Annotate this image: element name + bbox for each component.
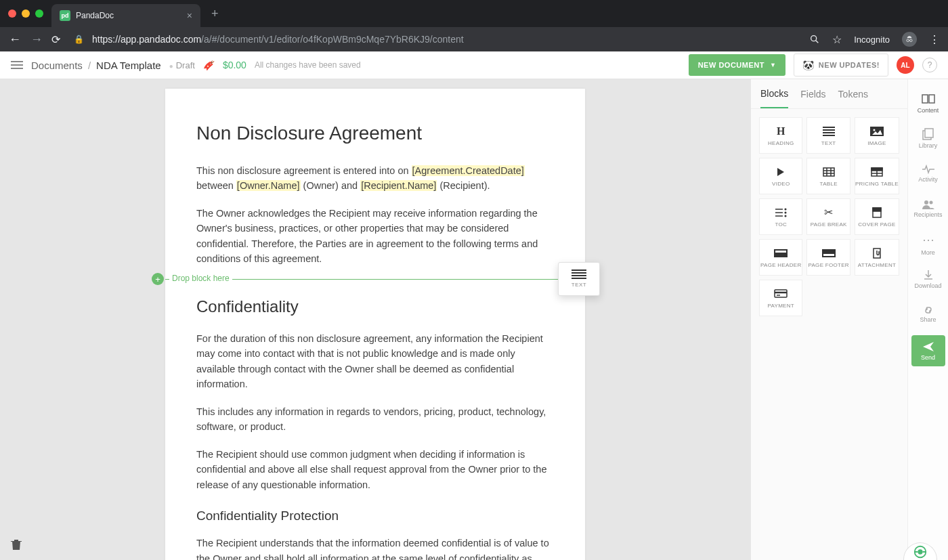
block-attachment[interactable]: ATTACHMENT	[855, 239, 899, 276]
plus-icon[interactable]: +	[152, 273, 164, 285]
rail-recipients[interactable]: Recipients	[908, 192, 948, 225]
minimize-window-icon[interactable]	[22, 9, 30, 18]
paragraph[interactable]: The Recipient should use common judgment…	[196, 447, 554, 492]
block-label: ATTACHMENT	[858, 262, 896, 268]
block-label: PAGE FOOTER	[808, 262, 849, 268]
svg-rect-26	[822, 249, 836, 257]
play-icon	[776, 166, 785, 178]
people-icon	[922, 200, 935, 209]
heading-icon: H	[777, 125, 785, 137]
block-image[interactable]: IMAGE	[855, 117, 899, 154]
menu-icon[interactable]	[11, 61, 23, 69]
text-fragment: This non disclosure agreement is entered…	[196, 165, 412, 176]
browser-tab[interactable]: pd PandaDoc ×	[51, 4, 200, 27]
panda-icon: 🐼	[802, 60, 815, 70]
pricing-table-icon	[871, 166, 883, 178]
block-page-footer[interactable]: PAGE FOOTER	[806, 239, 850, 276]
close-window-icon[interactable]	[8, 9, 16, 18]
svg-point-6	[873, 129, 875, 131]
drag-ghost-text-block[interactable]: TEXT	[558, 262, 600, 296]
block-label: VIDEO	[772, 181, 790, 187]
paragraph[interactable]: This non disclosure agreement is entered…	[196, 163, 554, 194]
rail-share[interactable]: Share	[908, 297, 948, 331]
maximize-window-icon[interactable]	[35, 9, 43, 18]
save-status: All changes have been saved	[255, 60, 361, 70]
block-heading[interactable]: HHEADING	[759, 117, 802, 154]
breadcrumb-current[interactable]: NDA Template	[96, 60, 161, 71]
document-canvas[interactable]: Non Disclosure Agreement This non disclo…	[0, 79, 750, 560]
block-cover-page[interactable]: COVER PAGE	[855, 198, 899, 235]
status-badge: Draft	[169, 60, 195, 70]
rail-more[interactable]: ⋯ More	[908, 227, 948, 261]
tab-blocks[interactable]: Blocks	[760, 80, 788, 108]
token-recipient-name[interactable]: [Recipient.Name]	[360, 180, 437, 191]
tag-icon[interactable]: 🔖	[203, 60, 214, 71]
paragraph[interactable]: This includes any information in regards…	[196, 404, 554, 435]
block-toc[interactable]: TOC	[759, 198, 802, 235]
new-document-button[interactable]: NEW DOCUMENT ▼	[689, 54, 786, 76]
block-label: PAGE BREAK	[811, 221, 847, 228]
new-tab-button[interactable]: +	[211, 7, 219, 21]
svg-rect-25	[775, 251, 786, 253]
block-label: TEXT	[821, 140, 836, 146]
svg-point-36	[929, 200, 932, 204]
tab-tokens[interactable]: Tokens	[838, 81, 868, 108]
app-topbar: Documents / NDA Template Draft 🔖 $0.00 A…	[0, 51, 948, 79]
block-label: PAGE HEADER	[760, 262, 802, 268]
scissors-icon: ✂	[824, 207, 833, 219]
forward-button[interactable]: →	[30, 33, 43, 47]
new-updates-button[interactable]: 🐼 NEW UPDATES!	[794, 53, 888, 77]
url-actions: ☆ Incognito ⋮	[809, 32, 940, 47]
paragraph[interactable]: The Owner acknowledges the Recipient may…	[196, 206, 554, 267]
new-updates-label: NEW UPDATES!	[819, 61, 880, 69]
breadcrumb-sep: /	[88, 60, 91, 71]
rail-send[interactable]: Send	[911, 335, 945, 366]
heading-confidentiality[interactable]: Confidentiality	[196, 297, 554, 316]
tab-fields[interactable]: Fields	[800, 81, 825, 108]
breadcrumb-root[interactable]: Documents	[31, 60, 83, 71]
page-footer-icon	[822, 247, 836, 259]
heading-protection[interactable]: Confidentiality Protection	[196, 509, 554, 523]
drop-zone[interactable]: + Drop block here TEXT	[165, 279, 585, 280]
svg-rect-24	[774, 249, 788, 257]
page-title[interactable]: Non Disclosure Agreement	[196, 123, 554, 144]
price-value: $0.00	[223, 60, 246, 70]
incognito-label: Incognito	[854, 35, 890, 45]
document-page[interactable]: Non Disclosure Agreement This non disclo…	[165, 89, 585, 560]
help-icon[interactable]: ?	[922, 58, 937, 72]
svg-point-38	[918, 550, 922, 554]
new-document-label: NEW DOCUMENT	[698, 61, 764, 69]
rail-library[interactable]: Library	[908, 121, 948, 155]
kebab-menu-icon[interactable]: ⋮	[929, 33, 940, 46]
breadcrumb: Documents / NDA Template	[31, 60, 161, 71]
search-icon[interactable]	[809, 34, 820, 45]
rail-label: More	[921, 249, 935, 256]
block-video[interactable]: VIDEO	[759, 158, 802, 194]
block-table[interactable]: TABLE	[806, 158, 850, 194]
rail-activity[interactable]: Activity	[908, 156, 948, 190]
avatar[interactable]: AL	[897, 56, 914, 74]
block-pricing-table[interactable]: PRICING TABLE	[855, 158, 899, 194]
svg-rect-33	[929, 95, 934, 103]
block-payment[interactable]: PAYMENT	[759, 280, 802, 316]
svg-rect-34	[925, 129, 933, 137]
rail-label: Download	[914, 282, 941, 289]
table-icon	[823, 166, 835, 178]
close-tab-icon[interactable]: ×	[187, 10, 192, 21]
svg-point-19	[785, 209, 786, 210]
token-owner-name[interactable]: [Owner.Name]	[236, 180, 301, 191]
paragraph[interactable]: For the duration of this non disclosure …	[196, 331, 554, 392]
reload-button[interactable]: ⟳	[51, 33, 60, 46]
app-root: Documents / NDA Template Draft 🔖 $0.00 A…	[0, 51, 948, 560]
block-page-header[interactable]: PAGE HEADER	[759, 239, 802, 276]
trash-icon[interactable]	[11, 538, 22, 551]
block-text[interactable]: TEXT	[806, 117, 850, 154]
back-button[interactable]: ←	[8, 33, 22, 47]
block-page-break[interactable]: ✂PAGE BREAK	[806, 198, 850, 235]
bookmark-star-icon[interactable]: ☆	[832, 33, 842, 46]
rail-content[interactable]: Content	[908, 86, 948, 120]
paragraph[interactable]: The Recipient understands that the infor…	[196, 536, 554, 560]
token-agreement-created-date[interactable]: [Agreement.CreatedDate]	[412, 165, 525, 176]
rail-download[interactable]: Download	[908, 262, 948, 296]
url-field[interactable]: https://app.pandadoc.com/a/#/document/v1…	[92, 34, 801, 45]
